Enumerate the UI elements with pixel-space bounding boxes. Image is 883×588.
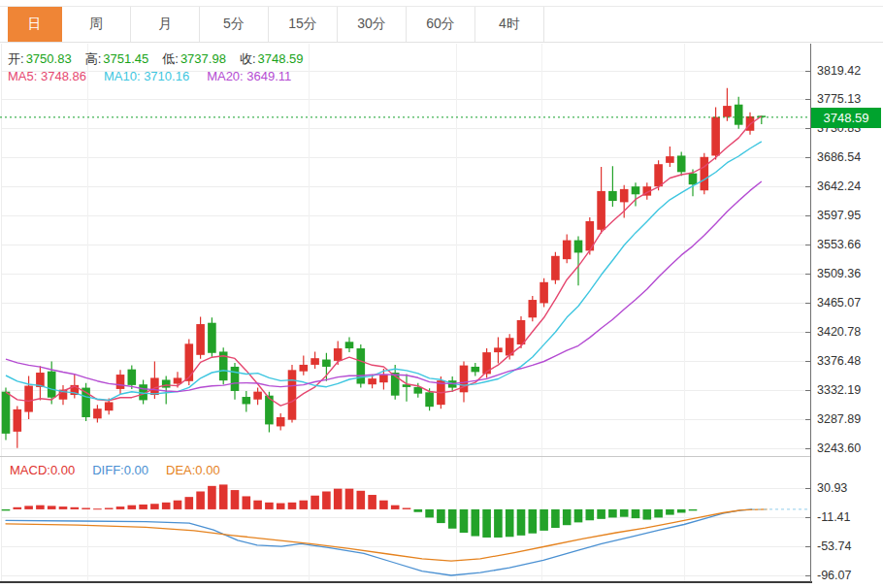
timeframe-tabbar: 日周月5分15分30分60分4时 — [0, 6, 883, 43]
gridlines — [1, 44, 810, 582]
price-tick-label: 3597.95 — [817, 209, 861, 223]
price-tick-label: 3553.66 — [817, 238, 861, 252]
low-value: 3737.98 — [180, 51, 226, 66]
candlestick-series — [2, 88, 766, 448]
price-tick-label: 3642.24 — [817, 180, 861, 194]
ma5-line — [6, 116, 762, 406]
price-tick-label: 3287.89 — [817, 412, 861, 427]
high-label: 高: — [85, 51, 102, 66]
macd-tick-label: -96.07 — [817, 569, 851, 583]
ohlc-info: 开:3750.83高:3751.45低:3737.98收:3748.59 — [8, 50, 317, 68]
tab-5min[interactable]: 5分 — [200, 7, 269, 42]
price-tick-label: 3775.13 — [817, 92, 861, 107]
tab-4hour[interactable]: 4时 — [475, 7, 544, 42]
macd-tick-label: 30.93 — [817, 481, 847, 496]
ma5-legend: MA5: 3748.86 — [8, 69, 86, 83]
price-tick-label: 3465.07 — [817, 296, 861, 310]
panel-borders — [0, 44, 812, 582]
price-tick-label: 3376.48 — [817, 354, 861, 369]
price-tick-label: 3243.60 — [817, 441, 861, 456]
open-value: 3750.83 — [26, 51, 72, 66]
macd-tick-label: -53.74 — [817, 539, 851, 554]
tab-15min[interactable]: 15分 — [269, 7, 338, 42]
tab-day[interactable]: 日 — [8, 7, 62, 42]
kline-chart-app: 日周月5分15分30分60分4时 开:3750.83高:3751.45低:373… — [0, 0, 883, 588]
low-label: 低: — [162, 51, 179, 66]
ma10-legend: MA10: 3710.16 — [104, 69, 189, 83]
price-tick-label: 3420.78 — [817, 325, 861, 340]
chart-canvas[interactable] — [0, 0, 883, 588]
open-label: 开: — [8, 51, 24, 66]
high-value: 3751.45 — [103, 51, 148, 66]
current-price-badge: 3748.59 — [811, 108, 881, 128]
dea-value: DEA:0.00 — [166, 463, 220, 477]
diff-value: DIFF:0.00 — [92, 463, 148, 477]
macd-tick-label: -11.41 — [817, 510, 851, 525]
tab-week[interactable]: 周 — [62, 7, 131, 42]
macd-legend: MACD:0.00DIFF:0.00DEA:0.00 — [10, 463, 220, 477]
price-tick-label: 3819.42 — [817, 64, 861, 79]
tab-month[interactable]: 月 — [131, 7, 200, 42]
close-value: 3748.59 — [258, 51, 304, 66]
close-label: 收: — [240, 51, 256, 66]
diff-line — [6, 509, 752, 575]
macd-value: MACD:0.00 — [10, 463, 75, 477]
macd-histogram — [2, 484, 698, 538]
ma-legend: MA5: 3748.86MA10: 3710.16MA20: 3649.11 — [8, 69, 291, 83]
tab-30min[interactable]: 30分 — [338, 7, 407, 42]
price-tick-label: 3686.54 — [817, 150, 861, 165]
tab-60min[interactable]: 60分 — [407, 7, 475, 42]
ma20-line — [6, 181, 762, 392]
ma20-legend: MA20: 3649.11 — [207, 69, 291, 83]
price-tick-label: 3509.36 — [817, 267, 861, 281]
price-tick-label: 3332.19 — [817, 383, 861, 398]
